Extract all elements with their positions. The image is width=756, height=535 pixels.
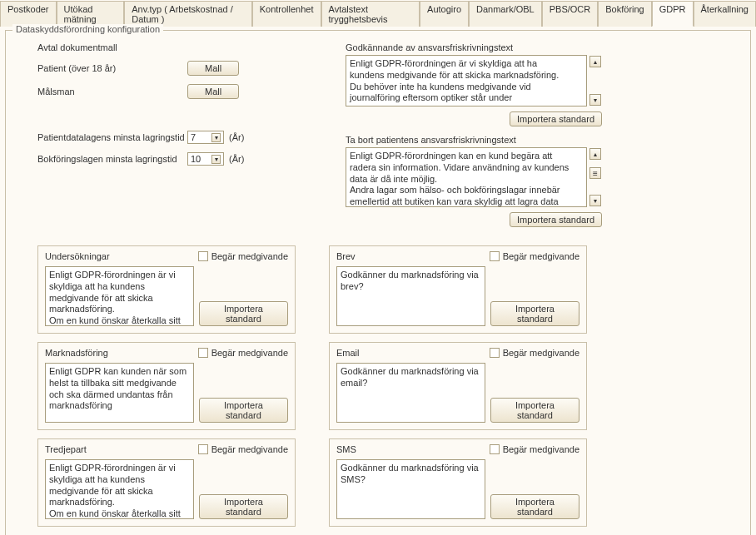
guardian-label: Målsman bbox=[37, 87, 187, 97]
tab--terkallning[interactable]: Återkallning bbox=[694, 1, 756, 27]
consent-panel-brev: BrevBegär medgivandeGodkänner du marknad… bbox=[329, 245, 587, 334]
bookkeeping-retention-select[interactable]: 10 ▾ bbox=[187, 152, 224, 166]
guardian-template-button[interactable]: Mall bbox=[187, 84, 239, 99]
consent-panel-tredjepart: TredjepartBegär medgivandeEnligt GDPR-fö… bbox=[37, 438, 296, 527]
approve-disclaimer-label: Godkännande av ansvarsfriskrivningstext bbox=[346, 42, 719, 52]
request-consent-checkbox[interactable]: Begär medgivande bbox=[490, 444, 579, 454]
tab-ut-kad-m-tning[interactable]: Utökad mätning bbox=[57, 1, 125, 27]
bookkeeping-retention-value: 10 bbox=[191, 154, 201, 164]
checkbox-icon bbox=[490, 348, 500, 358]
panel-textarea[interactable]: Godkänner du marknadsföring via brev? bbox=[336, 266, 485, 326]
panel-textarea[interactable]: Enligt GDPR-förordningen är vi skyldiga … bbox=[45, 459, 194, 519]
consent-panel-sms: SMSBegär medgivandeGodkänner du marknads… bbox=[329, 438, 587, 527]
import-standard-button[interactable]: Importera standard bbox=[199, 398, 288, 423]
scroll-down-icon[interactable]: ▾ bbox=[589, 195, 601, 206]
unit-years: (År) bbox=[229, 154, 244, 164]
import-standard-button[interactable]: Importera standard bbox=[199, 301, 288, 326]
remove-disclaimer-label: Ta bort patientens ansvarsfriskrivningst… bbox=[346, 135, 719, 145]
import-standard-button[interactable]: Importera standard bbox=[490, 398, 579, 423]
tab-postkoder[interactable]: Postkoder bbox=[0, 1, 57, 27]
tab-gdpr[interactable]: GDPR bbox=[652, 1, 694, 27]
tab-danmark-obl[interactable]: Danmark/OBL bbox=[469, 1, 542, 27]
import-standard-approve-button[interactable]: Importera standard bbox=[510, 111, 602, 126]
tab-kontrollenhet[interactable]: Kontrollenhet bbox=[252, 1, 321, 27]
request-consent-checkbox[interactable]: Begär medgivande bbox=[490, 348, 579, 358]
tab-autogiro[interactable]: Autogiro bbox=[420, 1, 469, 27]
checkbox-label: Begär medgivande bbox=[211, 444, 288, 454]
checkbox-icon bbox=[198, 348, 208, 358]
remove-disclaimer-text: Enligt GDPR-förordningen kan en kund beg… bbox=[350, 151, 571, 207]
panel-textarea[interactable]: Enligt GDPR-förordningen är vi skyldiga … bbox=[45, 266, 194, 326]
tab-bar: PostkoderUtökad mätningAnv.typ ( Arbetsk… bbox=[0, 0, 756, 27]
import-standard-button[interactable]: Importera standard bbox=[199, 494, 288, 519]
scroll-thumb-icon[interactable]: ≡ bbox=[589, 167, 601, 179]
request-consent-checkbox[interactable]: Begär medgivande bbox=[198, 444, 288, 454]
scroll-up-icon[interactable]: ▴ bbox=[589, 56, 601, 67]
consent-panel-marknadsf-ring: MarknadsföringBegär medgivandeEnligt GDP… bbox=[37, 342, 296, 430]
approve-disclaimer-textarea[interactable]: Enligt GDPR-förordningen är vi skyldiga … bbox=[346, 55, 587, 107]
checkbox-label: Begär medgivande bbox=[503, 444, 579, 454]
bookkeeping-retention-label: Bokföringslagen minsta lagringstid bbox=[37, 154, 187, 164]
consent-panel-email: EmailBegär medgivandeGodkänner du markna… bbox=[329, 342, 587, 430]
panel-textarea[interactable]: Godkänner du marknadsföring via email? bbox=[336, 363, 485, 423]
checkbox-icon bbox=[490, 444, 500, 454]
patient-label: Patient (över 18 år) bbox=[37, 63, 187, 73]
patientdata-retention-label: Patientdatalagens minsta lagringstid bbox=[37, 132, 187, 142]
panel-title: SMS bbox=[336, 444, 356, 454]
scroll-down-icon[interactable]: ▾ bbox=[589, 94, 601, 106]
request-consent-checkbox[interactable]: Begär medgivande bbox=[198, 251, 288, 261]
checkbox-label: Begär medgivande bbox=[211, 348, 288, 358]
tab-anv-typ-arbetskostnad-datum-[interactable]: Anv.typ ( Arbetskostnad / Datum ) bbox=[124, 1, 251, 27]
import-standard-button[interactable]: Importera standard bbox=[490, 494, 579, 519]
panel-title: Marknadsföring bbox=[45, 348, 108, 358]
panel-title: Brev bbox=[336, 251, 356, 261]
unit-years: (År) bbox=[229, 132, 244, 142]
tab-pbs-ocr[interactable]: PBS/OCR bbox=[542, 1, 599, 27]
tab-bokf-ring[interactable]: Bokföring bbox=[598, 1, 651, 27]
checkbox-label: Begär medgivande bbox=[503, 348, 579, 358]
request-consent-checkbox[interactable]: Begär medgivande bbox=[490, 251, 579, 261]
remove-disclaimer-textarea[interactable]: Enligt GDPR-förordningen kan en kund beg… bbox=[346, 147, 587, 207]
request-consent-checkbox[interactable]: Begär medgivande bbox=[198, 348, 288, 358]
chevron-down-icon: ▾ bbox=[211, 133, 221, 142]
panel-title: Email bbox=[336, 348, 360, 358]
panel-title: Tredjepart bbox=[45, 444, 87, 454]
scroll-up-icon[interactable]: ▴ bbox=[589, 148, 601, 160]
fieldset-legend: Dataskyddsförordning konfiguration bbox=[12, 24, 163, 34]
panel-textarea[interactable]: Enligt GDPR kan kunden när som helst ta … bbox=[45, 363, 194, 423]
checkbox-label: Begär medgivande bbox=[211, 251, 288, 261]
patientdata-retention-value: 7 bbox=[191, 132, 196, 142]
gdpr-config-fieldset: Dataskyddsförordning konfiguration Avtal… bbox=[5, 30, 751, 535]
template-header: Avtal dokumentmall bbox=[37, 42, 187, 52]
checkbox-label: Begär medgivande bbox=[503, 251, 579, 261]
consent-panel-unders-kningar: UndersökningarBegär medgivandeEnligt GDP… bbox=[37, 245, 296, 334]
checkbox-icon bbox=[198, 251, 208, 261]
import-standard-remove-button[interactable]: Importera standard bbox=[510, 212, 602, 227]
approve-disclaimer-text: Enligt GDPR-förordningen är vi skyldiga … bbox=[350, 58, 571, 107]
checkbox-icon bbox=[490, 251, 500, 261]
chevron-down-icon: ▾ bbox=[211, 155, 221, 164]
import-standard-button[interactable]: Importera standard bbox=[490, 301, 579, 326]
panel-textarea[interactable]: Godkänner du marknadsföring via SMS? bbox=[336, 459, 485, 519]
patientdata-retention-select[interactable]: 7 ▾ bbox=[187, 131, 224, 144]
panel-title: Undersökningar bbox=[45, 251, 110, 261]
tab-avtalstext-trygghetsbevis[interactable]: Avtalstext trygghetsbevis bbox=[321, 1, 420, 27]
patient-template-button[interactable]: Mall bbox=[187, 61, 239, 76]
checkbox-icon bbox=[198, 444, 208, 454]
